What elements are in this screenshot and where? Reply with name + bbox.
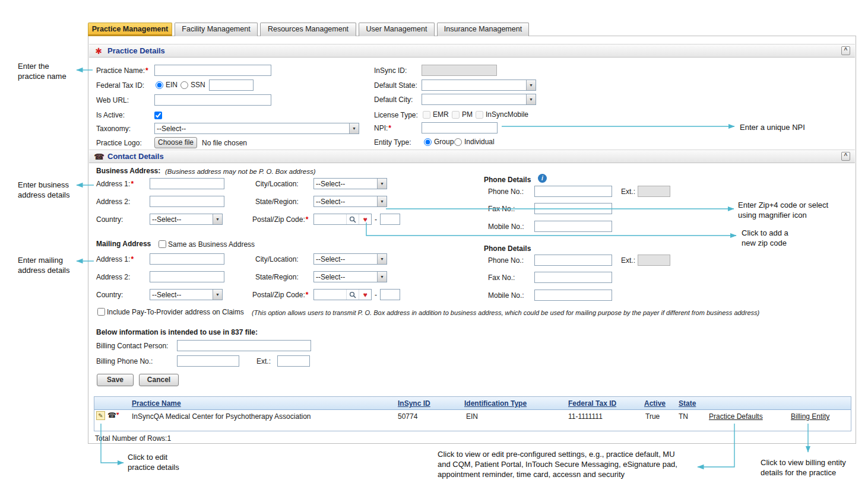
chevron-down-icon: ▼ <box>526 80 536 90</box>
ein-label: EIN <box>166 81 178 89</box>
collapse-practice-details-button[interactable]: ^ <box>841 46 850 55</box>
business-phone-label: Phone No.: <box>488 187 524 196</box>
business-phone-input[interactable] <box>534 186 612 197</box>
chevron-down-icon: ▼ <box>349 123 359 133</box>
pay-to-provider-checkbox[interactable] <box>97 308 105 316</box>
billing-contact-person-input[interactable] <box>177 340 311 351</box>
grid-header-insync-id[interactable]: InSync ID <box>398 399 430 408</box>
grid-header-practice-name[interactable]: Practice Name <box>132 399 181 408</box>
default-state-select[interactable]: ▼ <box>422 80 536 91</box>
grid-header-active[interactable]: Active <box>644 399 666 408</box>
business-address-heading: Business Address: <box>96 167 160 176</box>
entity-group-label: Group <box>434 138 454 146</box>
business-city-select[interactable]: --Select--▼ <box>313 178 387 189</box>
entity-group-radio[interactable] <box>424 138 432 146</box>
license-pm-label: PM <box>462 110 473 119</box>
business-mobile-input[interactable] <box>534 221 612 232</box>
postal-label-text: Postal/Zip Code: <box>252 291 305 299</box>
mailing-phone-details-title: Phone Details <box>484 244 531 253</box>
cancel-button[interactable]: Cancel <box>139 374 179 386</box>
mailing-zip4-input[interactable] <box>380 289 400 300</box>
entity-individual-radio[interactable] <box>454 138 462 146</box>
entity-individual-option[interactable]: Individual <box>454 138 495 146</box>
annotation-practice-defaults: Click to view or edit pre-configured set… <box>438 449 677 479</box>
collapse-contact-details-button[interactable]: ^ <box>841 152 850 161</box>
practice-details-section-header: ✱ Practice Details ^ <box>89 44 855 58</box>
license-pm-option: PM <box>452 110 473 119</box>
mailing-address2-input[interactable] <box>150 271 224 282</box>
choose-file-button[interactable]: Choose file <box>154 137 197 148</box>
add-zip-heart-icon[interactable]: ♥ <box>359 214 371 224</box>
save-button[interactable]: Save <box>97 374 134 386</box>
business-phone-details-title: Phone Details <box>484 176 531 185</box>
address1-label-text: Address 1: <box>96 255 130 263</box>
mailing-city-select[interactable]: --Select--▼ <box>313 253 387 265</box>
taxonomy-select[interactable]: --Select-- ▼ <box>154 123 359 134</box>
billing-ext-input[interactable] <box>277 355 310 367</box>
edit-practice-icon[interactable]: ✎ <box>96 411 105 420</box>
practice-name-input[interactable] <box>154 65 271 76</box>
business-zip-input[interactable] <box>314 214 346 224</box>
info-icon[interactable]: i <box>538 174 547 183</box>
entity-group-option[interactable]: Group <box>424 138 454 146</box>
business-address2-input[interactable] <box>150 196 224 207</box>
business-fax-input[interactable] <box>534 203 612 214</box>
grid-header-state[interactable]: State <box>679 399 696 408</box>
tab-insurance-management[interactable]: Insurance Management <box>437 23 529 36</box>
tab-practice-management[interactable]: Practice Management <box>88 23 172 36</box>
postal-label-text: Postal/Zip Code: <box>252 215 305 224</box>
grid-header-federal-tax-id[interactable]: Federal Tax ID <box>568 399 616 408</box>
same-as-business-checkbox[interactable] <box>159 240 166 248</box>
mailing-address1-input[interactable] <box>150 253 224 265</box>
billing-phone-input[interactable] <box>177 355 239 367</box>
mailing-zip-input[interactable] <box>314 290 346 300</box>
tab-user-management[interactable]: User Management <box>359 23 435 36</box>
mailing-country-select[interactable]: --Select--▼ <box>150 289 223 300</box>
annotation-edit-practice: Click to edit practice details <box>128 452 179 472</box>
mailing-ext-input <box>638 255 670 266</box>
ein-radio-option[interactable]: EIN <box>156 81 178 89</box>
practice-defaults-link[interactable]: Practice Defaults <box>709 412 763 421</box>
web-url-input[interactable] <box>154 94 271 106</box>
magnifier-icon[interactable] <box>346 214 359 224</box>
billing-entity-link[interactable]: Billing Entity <box>791 412 829 421</box>
mailing-mobile-input[interactable] <box>534 290 612 301</box>
address1-label-text: Address 1: <box>96 180 130 188</box>
mailing-address2-label: Address 2: <box>96 273 130 282</box>
default-city-select[interactable]: ▼ <box>422 94 536 105</box>
is-active-checkbox[interactable] <box>154 112 162 119</box>
tab-facility-management[interactable]: Facility Management <box>175 23 258 36</box>
ein-radio[interactable] <box>156 81 163 89</box>
mailing-state-select[interactable]: --Select--▼ <box>313 271 387 282</box>
business-zip-field: ♥ <box>313 214 372 225</box>
mailing-phone-input[interactable] <box>534 255 612 266</box>
business-zip4-input[interactable] <box>380 214 400 225</box>
required-marker: * <box>131 180 134 188</box>
grid-header-identification-type[interactable]: Identification Type <box>464 399 527 408</box>
annotation-npi: Enter a unique NPI <box>740 122 805 132</box>
business-address2-label: Address 2: <box>96 198 130 206</box>
license-emr-checkbox <box>423 111 430 119</box>
npi-input[interactable] <box>422 122 498 133</box>
business-country-select[interactable]: --Select--▼ <box>150 214 223 225</box>
business-address1-input[interactable] <box>150 178 224 189</box>
billing-837-heading: Below information is intended to use in … <box>96 328 258 337</box>
mailing-address-heading: Mailing Address <box>96 240 151 249</box>
mailing-fax-input[interactable] <box>534 272 612 283</box>
npi-label-text: NPI: <box>374 124 388 132</box>
billing-phone-label: Billing Phone No.: <box>96 357 153 366</box>
business-fax-label: Fax No.: <box>488 205 515 214</box>
ssn-radio-option[interactable]: SSN <box>180 81 205 89</box>
web-url-label: Web URL: <box>96 96 129 105</box>
contact-details-row-icon[interactable]: ☎♥ <box>107 411 119 419</box>
business-ext-input <box>638 186 670 197</box>
federal-tax-id-input[interactable] <box>209 80 254 91</box>
add-zip-heart-icon[interactable]: ♥ <box>359 290 371 300</box>
ssn-radio[interactable] <box>180 81 188 89</box>
zip-separator: - <box>375 291 377 300</box>
pay-to-provider-note: (This option allows users to transmit P.… <box>252 309 759 317</box>
tab-resources-management[interactable]: Resources Management <box>260 23 356 36</box>
business-state-select[interactable]: --Select--▼ <box>313 196 387 207</box>
magnifier-icon[interactable] <box>346 290 359 300</box>
row-insync-id: 50774 <box>398 412 417 421</box>
